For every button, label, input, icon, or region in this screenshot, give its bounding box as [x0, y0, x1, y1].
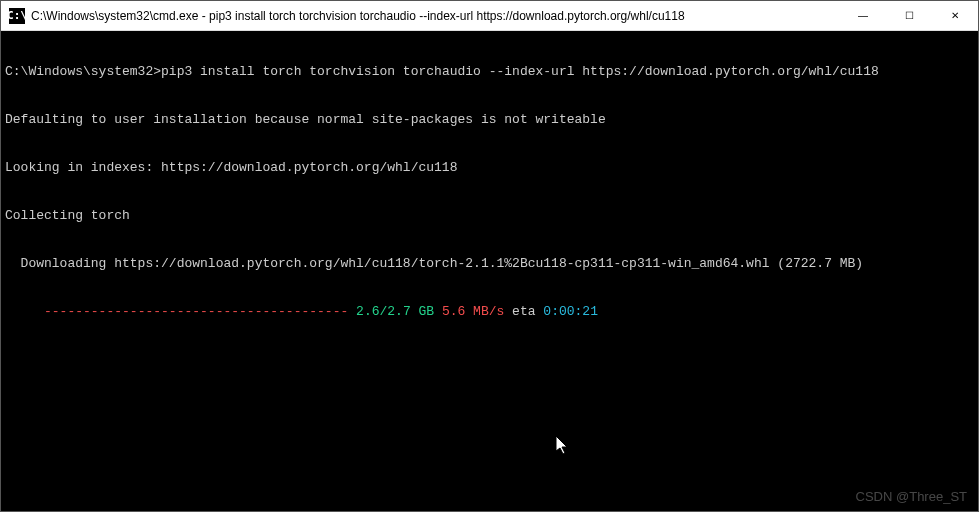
cmd-icon: C:\: [9, 8, 25, 24]
watermark: CSDN @Three_ST: [856, 489, 967, 504]
progress-spacer: [348, 304, 356, 319]
prompt: C:\Windows\system32>: [5, 64, 161, 79]
output-defaulting: Defaulting to user installation because …: [5, 112, 974, 128]
typed-command: pip3 install torch torchvision torchaudi…: [161, 64, 879, 79]
output-collecting: Collecting torch: [5, 208, 974, 224]
cmd-window: C:\ C:\Windows\system32\cmd.exe - pip3 i…: [0, 0, 979, 512]
maximize-button[interactable]: ☐: [886, 1, 932, 30]
minimize-button[interactable]: —: [840, 1, 886, 30]
progress-bar: ---------------------------------------: [44, 304, 348, 319]
mouse-cursor-icon: [556, 436, 570, 456]
progress-line: --------------------------------------- …: [5, 304, 974, 320]
close-button[interactable]: ✕: [932, 1, 978, 30]
window-controls: — ☐ ✕: [840, 1, 978, 30]
window-title: C:\Windows\system32\cmd.exe - pip3 insta…: [31, 9, 840, 23]
progress-size: 2.6/2.7 GB: [356, 304, 434, 319]
titlebar[interactable]: C:\ C:\Windows\system32\cmd.exe - pip3 i…: [1, 1, 978, 31]
progress-indent: [5, 304, 44, 319]
prompt-line: C:\Windows\system32>pip3 install torch t…: [5, 64, 974, 80]
progress-eta-value: 0:00:21: [543, 304, 598, 319]
progress-eta-label: eta: [504, 304, 543, 319]
progress-speed: 5.6 MB/s: [434, 304, 504, 319]
terminal-area[interactable]: C:\Windows\system32>pip3 install torch t…: [1, 31, 978, 511]
output-downloading: Downloading https://download.pytorch.org…: [5, 256, 974, 272]
output-indexes: Looking in indexes: https://download.pyt…: [5, 160, 974, 176]
